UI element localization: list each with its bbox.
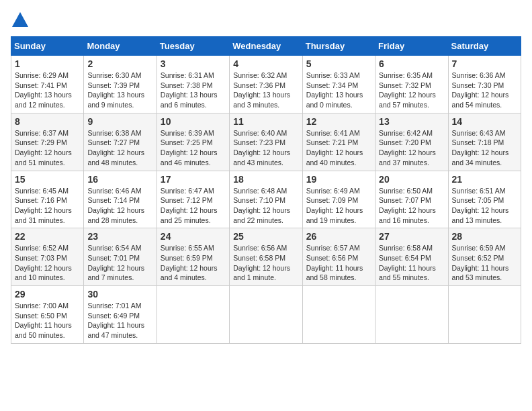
day-info: Sunrise: 7:01 AMSunset: 6:49 PMDaylight:…	[87, 301, 152, 340]
day-cell: 27Sunrise: 6:58 AMSunset: 6:54 PMDayligh…	[375, 228, 448, 286]
week-row-3: 15Sunrise: 6:45 AMSunset: 7:16 PMDayligh…	[11, 171, 521, 228]
week-row-4: 22Sunrise: 6:52 AMSunset: 7:03 PMDayligh…	[11, 228, 521, 286]
header	[11, 11, 521, 30]
day-number: 30	[87, 289, 152, 300]
day-info: Sunrise: 6:43 AMSunset: 7:18 PMDaylight:…	[452, 128, 517, 168]
day-number: 9	[87, 116, 152, 127]
day-info: Sunrise: 6:32 AMSunset: 7:36 PMDaylight:…	[233, 71, 298, 110]
day-cell: 7Sunrise: 6:36 AMSunset: 7:30 PMDaylight…	[448, 56, 521, 113]
day-info: Sunrise: 6:50 AMSunset: 7:07 PMDaylight:…	[379, 186, 444, 226]
day-number: 12	[306, 116, 371, 127]
day-number: 8	[15, 116, 80, 127]
day-number: 5	[306, 58, 371, 69]
day-header-tuesday: Tuesday	[157, 37, 229, 56]
day-info: Sunrise: 6:52 AMSunset: 7:03 PMDaylight:…	[15, 243, 80, 283]
day-info: Sunrise: 6:48 AMSunset: 7:10 PMDaylight:…	[233, 186, 298, 226]
day-number: 27	[379, 231, 444, 242]
day-cell: 12Sunrise: 6:41 AMSunset: 7:21 PMDayligh…	[302, 113, 375, 171]
day-info: Sunrise: 6:59 AMSunset: 6:52 PMDaylight:…	[452, 243, 517, 283]
day-cell: 29Sunrise: 7:00 AMSunset: 6:50 PMDayligh…	[11, 286, 84, 344]
day-info: Sunrise: 6:57 AMSunset: 6:56 PMDaylight:…	[306, 243, 371, 283]
day-number: 23	[87, 231, 152, 242]
day-cell: 26Sunrise: 6:57 AMSunset: 6:56 PMDayligh…	[302, 228, 375, 286]
week-row-5: 29Sunrise: 7:00 AMSunset: 6:50 PMDayligh…	[11, 286, 521, 344]
day-cell: 21Sunrise: 6:51 AMSunset: 7:05 PMDayligh…	[448, 171, 521, 228]
day-number: 10	[161, 116, 226, 127]
day-number: 20	[379, 174, 444, 185]
day-info: Sunrise: 6:54 AMSunset: 7:01 PMDaylight:…	[87, 243, 152, 283]
day-cell: 19Sunrise: 6:49 AMSunset: 7:09 PMDayligh…	[302, 171, 375, 228]
day-cell	[302, 286, 375, 344]
day-cell: 11Sunrise: 6:40 AMSunset: 7:23 PMDayligh…	[230, 113, 302, 171]
day-number: 3	[161, 58, 226, 69]
header-row: SundayMondayTuesdayWednesdayThursdayFrid…	[11, 37, 521, 56]
day-number: 2	[87, 58, 152, 69]
day-number: 25	[233, 231, 298, 242]
day-cell: 18Sunrise: 6:48 AMSunset: 7:10 PMDayligh…	[230, 171, 302, 228]
day-info: Sunrise: 6:41 AMSunset: 7:21 PMDaylight:…	[306, 128, 371, 168]
day-number: 16	[87, 174, 152, 185]
day-cell: 25Sunrise: 6:56 AMSunset: 6:58 PMDayligh…	[230, 228, 302, 286]
day-info: Sunrise: 6:36 AMSunset: 7:30 PMDaylight:…	[452, 71, 517, 110]
day-header-thursday: Thursday	[302, 37, 375, 56]
day-info: Sunrise: 6:33 AMSunset: 7:34 PMDaylight:…	[306, 71, 371, 110]
day-info: Sunrise: 6:29 AMSunset: 7:41 PMDaylight:…	[15, 71, 80, 110]
day-number: 14	[452, 116, 517, 127]
day-cell	[230, 286, 302, 344]
day-number: 26	[306, 231, 371, 242]
day-info: Sunrise: 6:30 AMSunset: 7:39 PMDaylight:…	[87, 71, 152, 110]
day-cell: 8Sunrise: 6:37 AMSunset: 7:29 PMDaylight…	[11, 113, 84, 171]
day-info: Sunrise: 6:51 AMSunset: 7:05 PMDaylight:…	[452, 186, 517, 226]
day-number: 21	[452, 174, 517, 185]
day-info: Sunrise: 6:35 AMSunset: 7:32 PMDaylight:…	[379, 71, 444, 110]
day-number: 18	[233, 174, 298, 185]
day-header-friday: Friday	[375, 37, 448, 56]
day-number: 6	[379, 58, 444, 69]
day-cell: 20Sunrise: 6:50 AMSunset: 7:07 PMDayligh…	[375, 171, 448, 228]
day-info: Sunrise: 6:58 AMSunset: 6:54 PMDaylight:…	[379, 243, 444, 283]
day-number: 17	[161, 174, 226, 185]
svg-marker-0	[12, 12, 28, 27]
day-cell: 23Sunrise: 6:54 AMSunset: 7:01 PMDayligh…	[84, 228, 157, 286]
day-header-monday: Monday	[84, 37, 157, 56]
week-row-1: 1Sunrise: 6:29 AMSunset: 7:41 PMDaylight…	[11, 56, 521, 113]
day-number: 11	[233, 116, 298, 127]
day-cell: 3Sunrise: 6:31 AMSunset: 7:38 PMDaylight…	[157, 56, 229, 113]
day-cell: 1Sunrise: 6:29 AMSunset: 7:41 PMDaylight…	[11, 56, 84, 113]
day-number: 28	[452, 231, 517, 242]
day-cell: 14Sunrise: 6:43 AMSunset: 7:18 PMDayligh…	[448, 113, 521, 171]
day-info: Sunrise: 6:56 AMSunset: 6:58 PMDaylight:…	[233, 243, 298, 283]
day-number: 29	[15, 289, 80, 300]
day-cell: 6Sunrise: 6:35 AMSunset: 7:32 PMDaylight…	[375, 56, 448, 113]
day-cell: 17Sunrise: 6:47 AMSunset: 7:12 PMDayligh…	[157, 171, 229, 228]
day-info: Sunrise: 6:46 AMSunset: 7:14 PMDaylight:…	[87, 186, 152, 226]
day-info: Sunrise: 6:37 AMSunset: 7:29 PMDaylight:…	[15, 128, 80, 168]
day-info: Sunrise: 6:55 AMSunset: 6:59 PMDaylight:…	[161, 243, 226, 283]
day-cell: 22Sunrise: 6:52 AMSunset: 7:03 PMDayligh…	[11, 228, 84, 286]
day-info: Sunrise: 6:45 AMSunset: 7:16 PMDaylight:…	[15, 186, 80, 226]
day-number: 22	[15, 231, 80, 242]
day-number: 7	[452, 58, 517, 69]
logo-icon	[11, 11, 30, 30]
logo-area	[11, 11, 32, 30]
day-number: 13	[379, 116, 444, 127]
day-info: Sunrise: 6:31 AMSunset: 7:38 PMDaylight:…	[161, 71, 226, 110]
day-cell: 2Sunrise: 6:30 AMSunset: 7:39 PMDaylight…	[84, 56, 157, 113]
day-cell: 13Sunrise: 6:42 AMSunset: 7:20 PMDayligh…	[375, 113, 448, 171]
week-row-2: 8Sunrise: 6:37 AMSunset: 7:29 PMDaylight…	[11, 113, 521, 171]
day-info: Sunrise: 6:40 AMSunset: 7:23 PMDaylight:…	[233, 128, 298, 168]
day-cell: 4Sunrise: 6:32 AMSunset: 7:36 PMDaylight…	[230, 56, 302, 113]
day-cell: 9Sunrise: 6:38 AMSunset: 7:27 PMDaylight…	[84, 113, 157, 171]
day-cell	[157, 286, 229, 344]
day-info: Sunrise: 6:49 AMSunset: 7:09 PMDaylight:…	[306, 186, 371, 226]
day-number: 15	[15, 174, 80, 185]
day-cell: 30Sunrise: 7:01 AMSunset: 6:49 PMDayligh…	[84, 286, 157, 344]
day-cell: 24Sunrise: 6:55 AMSunset: 6:59 PMDayligh…	[157, 228, 229, 286]
day-header-saturday: Saturday	[448, 37, 521, 56]
calendar-table: SundayMondayTuesdayWednesdayThursdayFrid…	[11, 36, 521, 344]
day-number: 4	[233, 58, 298, 69]
day-info: Sunrise: 6:38 AMSunset: 7:27 PMDaylight:…	[87, 128, 152, 168]
day-info: Sunrise: 7:00 AMSunset: 6:50 PMDaylight:…	[15, 301, 80, 340]
day-header-sunday: Sunday	[11, 37, 84, 56]
day-info: Sunrise: 6:39 AMSunset: 7:25 PMDaylight:…	[161, 128, 226, 168]
